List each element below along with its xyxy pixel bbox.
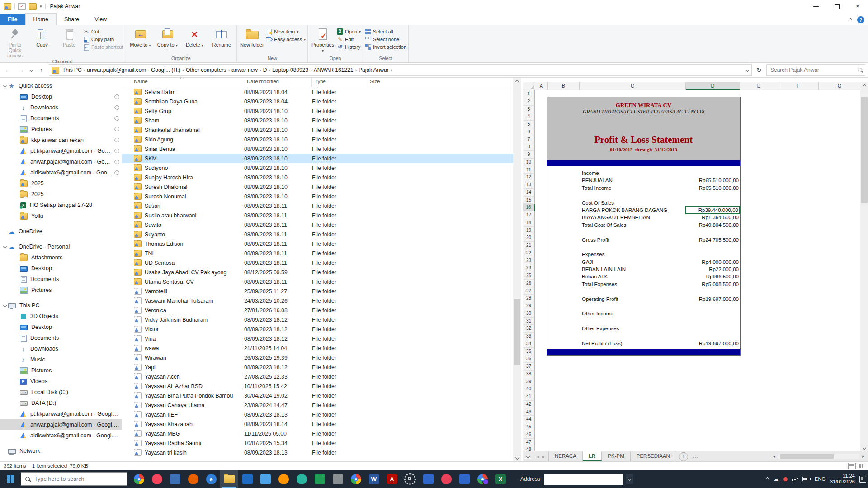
tray-chevron-up-icon[interactable] [765,477,769,481]
file-row-yapi[interactable]: Yapi08/09/2023 18.12File folder [122,362,513,372]
sidebar-item-downloads[interactable]: ↓Downloads [0,102,122,113]
breadcrumb-this-pc[interactable]: This PC [61,67,84,73]
onedrive-tray-icon[interactable]: ☁ [773,476,779,483]
rename-button[interactable]: Rename [208,26,235,47]
help-icon[interactable]: ? [857,16,864,23]
sheet-row-32[interactable]: 32 [523,325,535,333]
file-row-wirawan[interactable]: Wirawan26/03/2025 19.39File folder [122,353,513,362]
firefox-icon[interactable] [184,470,202,488]
sheet-row-20[interactable]: 20 [523,234,535,242]
file-row-yayasan-aceh[interactable]: Yayasan Aceh27/08/2025 12.33File folder [122,372,513,381]
file-row-victor[interactable]: Victor08/09/2023 18.12File folder [122,324,513,334]
clock[interactable]: 11.24 31/01/2026 [830,473,855,485]
sidebar-item-documents[interactable]: Documents [0,113,122,124]
file-row-suresh-nonumal[interactable]: Suresh Nonumal08/09/2023 18.10File folde… [122,192,513,201]
forward-icon[interactable]: → [15,66,26,74]
qat-customize-caret-icon[interactable]: ▾ [40,4,42,9]
breadcrumb-anwar-pajak-gmail-com-googl-h[interactable]: anwar.pajak@gmail.com - Googl... (H:) [85,67,182,73]
easy-access-button[interactable]: Easy access▾ [266,36,306,42]
opera-2-icon[interactable] [437,470,455,488]
sheet-row-42[interactable]: 42 [523,401,535,408]
tab-list-icon[interactable] [523,451,533,461]
search-icon[interactable] [858,68,862,72]
column-header-date-modified[interactable]: Date modified [244,78,312,87]
sheet-column-a[interactable]: A [535,82,548,90]
sidebar-item-data-d[interactable]: DATA (D:) [0,398,122,408]
taskbar-search-input[interactable] [33,475,123,483]
sheet-row-39[interactable]: 39 [523,378,535,386]
file-row-susilo-atau-bharwani[interactable]: Susilo atau bharwani08/09/2023 18.11File… [122,211,513,220]
sidebar-item-videos[interactable]: Videos [0,376,122,387]
sheet-row-37[interactable]: 37 [523,363,535,371]
file-row-susan[interactable]: Susan08/09/2023 18.11File folder [122,201,513,211]
sheet-row-38[interactable]: 38 [523,371,535,378]
file-row-usaha-jaya-abadi-cv-pak-ayong[interactable]: Usaha Jaya Abadi CV Pak ayong08/12/2025 … [122,267,513,277]
sheet-column-b[interactable]: B [548,82,580,90]
sidebar-item-desktop[interactable]: Desktop [0,263,122,274]
outlook-icon[interactable] [238,470,256,488]
sidebar-item-kkp-anwar-dan-rekan[interactable]: kkp anwar dan rekan [0,135,122,145]
copy-button[interactable]: Copy [29,26,55,47]
hscroll-left-icon[interactable]: ◂ [770,454,778,459]
hscroll-right-icon[interactable]: ▸ [859,454,867,459]
file-list-scrollbar[interactable] [513,78,521,461]
file-row-tni[interactable]: TNI08/09/2023 18.11File folder [122,249,513,258]
file-row-veronica[interactable]: Veronica27/01/2026 16.08File folder [122,305,513,315]
sidebar-item-aldiswbtax6-gmail-com-googl-i[interactable]: aldiswbtax6@gmail.com - Googl... (I:) [0,430,122,441]
select-all-button[interactable]: Select all [365,28,406,35]
file-row-skm[interactable]: SKM08/09/2023 18.10File folder [122,154,513,163]
search-box[interactable] [766,64,865,76]
sheet-row-7[interactable]: 7 [523,136,535,144]
sidebar-item-music[interactable]: ♪Music [0,354,122,365]
teams-icon[interactable] [292,470,311,488]
preview-scroll-down-icon[interactable] [860,444,868,451]
new-item-button[interactable]: New item▾ [266,28,306,35]
new-folder-button[interactable]: New folder [239,26,265,47]
file-row-thomas-edison[interactable]: Thomas Edison08/09/2023 18.11File folder [122,239,513,249]
copy-path-button[interactable]: Copy path [83,36,123,42]
file-row-wawa[interactable]: wawa21/11/2025 14.04File folder [122,343,513,353]
file-row-vaswani-manohar-tulsaram[interactable]: Vaswani Manohar Tulsaram24/03/2025 10.26… [122,296,513,305]
sheet-row-45[interactable]: 45 [523,423,535,431]
sidebar-item-local-disk-c[interactable]: Local Disk (C:) [0,387,122,398]
scroll-thumb[interactable] [514,299,520,366]
breadcrumb-other-computers[interactable]: Other computers [184,67,228,73]
taskbar-search[interactable] [21,472,127,486]
select-all-corner[interactable] [523,82,535,90]
camera-app-icon[interactable] [329,470,347,488]
sidebar-item-downloads[interactable]: ↓Downloads [0,343,122,354]
sheet-tab-persediaan[interactable]: PERSEDIAAN [631,451,676,461]
sheet-row-25[interactable]: 25 [523,272,535,280]
sheet-row-17[interactable]: 17 [523,211,535,219]
thumbnail-view-icon[interactable] [858,463,865,469]
sheet-row-5[interactable]: 5 [523,121,535,128]
properties-button[interactable]: Properties▾ [310,26,336,54]
sidebar-item-pt-kkpanwar-gmail-com-googl[interactable]: pt.kkpanwar@gmail.com - Googl... ( [0,145,122,156]
sidebar-item-desktop[interactable]: Desktop [0,91,122,102]
antivirus-tray-icon[interactable] [783,477,788,481]
file-row-yayasan-mbg[interactable]: Yayasan MBG11/11/2025 05.00File folder [122,429,513,438]
sheet-row-41[interactable]: 41 [523,393,535,401]
sheet-row-26[interactable]: 26 [523,280,535,287]
sheet-row-2[interactable]: 2 [523,98,535,106]
refresh-icon[interactable]: ↻ [754,67,764,74]
file-row-suyanto[interactable]: Suyanto08/09/2023 18.11File folder [122,230,513,239]
chrome-profile-icon[interactable] [473,470,491,488]
sheet-column-f[interactable]: F [778,82,819,90]
minimize-button[interactable]: — [806,0,826,13]
qat-properties-icon[interactable]: ✓ [18,3,26,10]
qat-new-folder-icon[interactable] [29,3,37,10]
pin-to-quick-access-button[interactable]: Pin to Quick access [2,26,28,58]
tab-file[interactable]: File [0,14,25,25]
file-row-sinar-benua[interactable]: Sinar Benua08/09/2023 18.10File folder [122,144,513,154]
sheet-row-19[interactable]: 19 [523,227,535,235]
up-icon[interactable]: ↑ [36,66,47,74]
file-row-suresh-dhalomal[interactable]: Suresh Dhalomal08/09/2023 18.10File fold… [122,182,513,192]
file-row-setty-grup[interactable]: Setty Grup08/09/2023 18.10File folder [122,106,513,116]
sidebar-item-anwar-pajak-gmail-com-googl-h[interactable]: anwar.pajak@gmail.com - Googl... (H:) [0,419,122,430]
sheet-tab-neraca[interactable]: NERACA [549,451,583,461]
breadcrumb-anwar-new[interactable]: anwar new [230,67,259,73]
preview-scroll-track[interactable] [860,90,868,444]
file-row-yayasan-al-azhar-bsd[interactable]: Yayasan AL Azhar BSD10/11/2025 15.42File… [122,381,513,391]
sheet-column-c[interactable]: C [580,82,686,90]
